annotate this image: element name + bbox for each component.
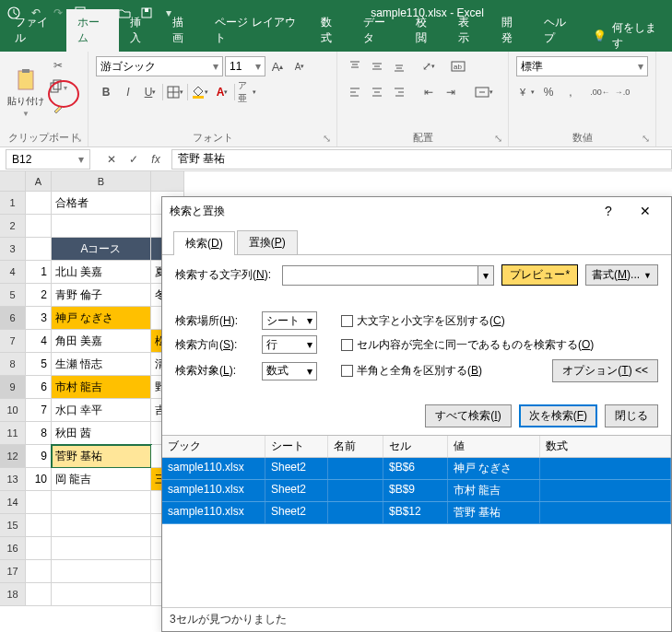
row-header[interactable]: 2 — [0, 215, 26, 238]
formula-input[interactable]: 菅野 基祐 — [171, 149, 672, 170]
cell[interactable] — [26, 537, 52, 560]
cell[interactable]: 角田 美嘉 — [52, 330, 151, 353]
cell[interactable]: 青野 倫子 — [52, 284, 151, 307]
cell[interactable] — [52, 537, 151, 560]
tell-me[interactable]: 💡 何をします — [585, 20, 668, 52]
row-header[interactable]: 10 — [0, 399, 26, 422]
row-header[interactable]: 7 — [0, 330, 26, 353]
col-value[interactable]: 値 — [448, 436, 540, 457]
launcher-icon[interactable]: ⤡ — [320, 132, 333, 145]
cell[interactable]: 神戸 なぎさ — [52, 307, 151, 330]
col-formula[interactable]: 数式 — [540, 436, 671, 457]
options-button[interactable]: オプション(T) << — [552, 359, 658, 382]
tab-view[interactable]: 表示 — [447, 9, 489, 52]
tab-home[interactable]: ホーム — [66, 9, 119, 52]
comma-button[interactable]: , — [560, 82, 581, 102]
row-header[interactable]: 18 — [0, 583, 26, 606]
name-box[interactable]: B12▾ — [6, 149, 90, 170]
align-top-button[interactable] — [345, 56, 365, 76]
tab-draw[interactable]: 描画 — [161, 9, 204, 52]
result-row[interactable]: sample110.xlsxSheet2$B$12菅野 基祐 — [162, 502, 671, 524]
cell[interactable] — [26, 583, 52, 606]
col-header-c[interactable] — [151, 171, 184, 192]
col-header-b[interactable]: B — [52, 171, 151, 192]
align-left-button[interactable] — [345, 82, 365, 102]
italic-button[interactable]: I — [118, 82, 138, 102]
row-header[interactable]: 14 — [0, 491, 26, 514]
redo-icon[interactable]: ↷ — [48, 3, 68, 23]
cell[interactable]: 岡 龍吉 — [52, 468, 151, 491]
tab-dev[interactable]: 開発 — [490, 9, 533, 52]
col-sheet[interactable]: シート — [265, 436, 328, 457]
currency-button[interactable]: ¥▾ — [516, 82, 536, 102]
cell[interactable]: 3 — [26, 307, 52, 330]
tab-help[interactable]: ヘルプ — [533, 9, 585, 52]
font-color-button[interactable]: A▾ — [212, 82, 232, 102]
cell[interactable]: 水口 幸平 — [52, 399, 151, 422]
match-entire-cell-checkbox[interactable]: セル内容が完全に同一であるものを検索する(O) — [341, 337, 594, 353]
number-format-combo[interactable]: 標準▾ — [516, 56, 648, 76]
phonetic-button[interactable]: ア亜▾ — [237, 82, 257, 102]
cell[interactable]: 5 — [26, 353, 52, 376]
indent-dec-button[interactable]: ⇤ — [419, 82, 439, 102]
cell[interactable] — [52, 215, 151, 238]
borders-button[interactable]: ▾ — [165, 82, 185, 102]
cell[interactable]: 8 — [26, 422, 52, 445]
row-header[interactable]: 1 — [0, 192, 26, 215]
wrap-text-button[interactable]: ab — [448, 56, 468, 76]
cell[interactable]: 7 — [26, 399, 52, 422]
row-header[interactable]: 3 — [0, 238, 26, 261]
paste-button[interactable]: 貼り付け ▼ — [7, 55, 44, 129]
confirm-edit-icon[interactable]: ✓ — [124, 149, 144, 170]
cell[interactable]: 6 — [26, 376, 52, 399]
cell[interactable] — [26, 238, 52, 261]
percent-button[interactable]: % — [538, 82, 559, 102]
tab-insert[interactable]: 挿入 — [119, 9, 161, 52]
indent-inc-button[interactable]: ⇥ — [441, 82, 461, 102]
tab-layout[interactable]: ページ レイアウト — [204, 9, 310, 52]
col-name[interactable]: 名前 — [328, 436, 383, 457]
grow-font-button[interactable]: A▴ — [267, 56, 288, 76]
fill-color-button[interactable]: ▾ — [190, 82, 210, 102]
shrink-font-button[interactable]: A▾ — [289, 56, 310, 76]
cell[interactable]: 1 — [26, 261, 52, 284]
tab-replace[interactable]: 置換(P) — [237, 230, 298, 254]
row-header[interactable]: 11 — [0, 422, 26, 445]
align-right-button[interactable] — [389, 82, 409, 102]
row-header[interactable]: 6 — [0, 307, 26, 330]
col-cell[interactable]: セル — [383, 436, 448, 457]
row-header[interactable]: 17 — [0, 560, 26, 583]
match-case-checkbox[interactable]: 大文字と小文字を区別する(C) — [341, 313, 505, 329]
cell[interactable]: 4 — [26, 330, 52, 353]
cell[interactable]: 秋田 茜 — [52, 422, 151, 445]
look-in-select[interactable]: 数式▾ — [262, 362, 317, 380]
match-width-checkbox[interactable]: 半角と全角を区別する(B) — [341, 363, 482, 379]
dec-decimal-button[interactable]: →.0 — [612, 82, 632, 102]
row-header[interactable]: 15 — [0, 514, 26, 537]
tab-data[interactable]: データ — [352, 9, 405, 52]
select-all-corner[interactable] — [0, 171, 26, 192]
tab-review[interactable]: 校閲 — [405, 9, 447, 52]
cell[interactable]: 9 — [26, 445, 52, 468]
cell[interactable]: 合格者 — [52, 192, 151, 215]
cell[interactable] — [26, 215, 52, 238]
find-all-button[interactable]: すべて検索(I) — [425, 404, 511, 427]
cell[interactable]: 10 — [26, 468, 52, 491]
format-painter-button[interactable] — [48, 99, 68, 120]
cell[interactable] — [52, 560, 151, 583]
launcher-icon[interactable]: ⤡ — [71, 132, 84, 145]
fx-icon[interactable]: fx — [146, 149, 166, 170]
preview-button[interactable]: プレビュー* — [501, 264, 578, 286]
inc-decimal-button[interactable]: .00← — [590, 82, 610, 102]
row-header[interactable]: 9 — [0, 376, 26, 399]
copy-button[interactable]: ▾ — [48, 77, 68, 98]
tab-formula[interactable]: 数式 — [310, 9, 352, 52]
bold-button[interactable]: B — [96, 82, 116, 102]
cell[interactable] — [26, 491, 52, 514]
find-what-input[interactable]: ▾ — [282, 265, 494, 286]
cell[interactable]: 菅野 基祐 — [52, 445, 151, 468]
row-header[interactable]: 12 — [0, 445, 26, 468]
launcher-icon[interactable]: ⤡ — [491, 132, 504, 145]
find-next-button[interactable]: 次を検索(F) — [519, 404, 597, 427]
search-direction-select[interactable]: 行▾ — [262, 335, 317, 354]
